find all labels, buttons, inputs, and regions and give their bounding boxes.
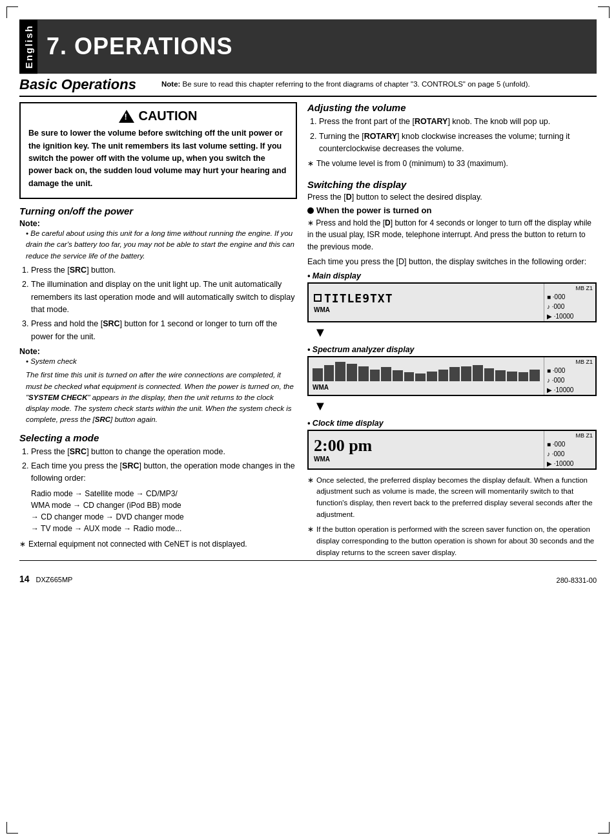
clock-mb-z1: MB Z1 [547,432,593,439]
chapter-title-block: 7. OPERATIONS [37,19,597,74]
down-arrow-2: ▼ [314,399,597,414]
note-text: Be sure to read this chapter referring t… [183,80,530,88]
spectrum-wma: WMA [313,384,540,391]
turn-step-2: The illumination and display on the unit… [31,278,297,316]
turn-step-1: Press the [SRC] button. [31,264,297,277]
note-label-2: Note: [19,347,297,356]
bar-18 [507,372,517,381]
spectrum-content: WMA [309,357,544,395]
bar-14 [461,366,471,381]
display-intro: Press the [D] button to select the desir… [307,193,597,202]
bar-7 [381,367,391,381]
chapter-header: English 7. OPERATIONS [19,19,597,74]
bar-4 [347,364,357,381]
basic-ops-note: Note: Be sure to read this chapter refer… [155,76,530,90]
caution-box: CAUTION Be sure to lower the volume befo… [19,102,297,199]
clock-display-box: 2:00 pm WMA MB Z1 ■ ·000 ♪ ·000 ▶ ·10000 [307,430,597,470]
turning-on-steps: Press the [SRC] button. The illumination… [19,264,297,343]
bar-11 [427,372,437,381]
main-display-label: Main display [307,271,597,280]
spectrum-display-box: WMA MB Z1 ■ ·000 ♪ ·000 ▶ ·10000 [307,356,597,396]
chapter-title: 7. OPERATIONS [46,33,232,60]
corner-mark-tl [6,6,18,18]
clock-row-1: ■ ·000 [547,441,593,448]
display-square-icon [314,294,322,302]
basic-ops-row: Basic Operations Note: Be sure to read t… [19,74,597,97]
adjusting-volume-title: Adjusting the volume [307,102,597,113]
switching-display-title: Switching the display [307,179,597,190]
mode-order: Radio mode → Satellite mode → CD/MP3/WMA… [19,488,297,534]
note-label-1: Note: [19,219,297,228]
clock-time: 2:00 pm [314,436,539,456]
display-row-2: ♪ ·000 [547,303,593,310]
right-column: Adjusting the volume Press the front par… [307,102,597,560]
caution-text: Be sure to lower the volume before switc… [28,127,288,190]
spectrum-row-3: ▶ ·10000 [547,386,593,394]
turning-on-note-bullet: Be careful about using this unit for a l… [19,228,297,262]
bar-1 [313,368,323,381]
spectrum-bars [313,360,540,381]
system-check-text: The first time this unit is turned on af… [19,370,297,425]
bar-19 [518,372,529,381]
turn-step-3: Press and hold the [SRC] button for 1 se… [31,318,297,343]
display-wma: WMA [314,306,539,313]
display-title-line: TITLE9TXT [314,291,539,305]
clock-row-2: ♪ ·000 [547,450,593,457]
vol-asterisk: The volume level is from 0 (minimum) to … [307,158,597,170]
corner-mark-br [598,822,610,834]
mode-asterisk: External equipment not connected with Ce… [19,538,297,551]
spectrum-display-label: Spectrum analyzer display [307,345,597,354]
when-on-text: ∗ Press and hold the [D] button for 4 se… [307,217,597,253]
clock-row-3: ▶ ·10000 [547,460,593,467]
display-asterisk-1: Once selected, the preferred display bec… [307,475,597,521]
note-section-2: Note: System check The first time this u… [19,347,297,426]
english-tab: English [19,19,37,74]
spectrum-row-1: ■ ·000 [547,367,593,374]
note-prefix: Note: [161,80,180,88]
vol-step-2: Turning the [ROTARY] knob clockwise incr… [319,131,597,156]
main-display-box: TITLE9TXT WMA MB Z1 ■ ·000 ♪ ·000 ▶ ·100… [307,282,597,322]
display-main-content: TITLE9TXT WMA [309,284,544,321]
display-row-1: ■ ·000 [547,293,593,300]
bar-3 [335,362,345,381]
caution-title: CAUTION [28,109,288,123]
footer-left: 14 DXZ665MP [19,574,72,584]
bar-13 [449,367,460,381]
footer-line [19,560,597,561]
bar-16 [484,368,495,381]
corner-mark-tr [598,6,610,18]
caution-triangle-icon [119,110,134,123]
display-row-3: ▶ ·10000 [547,313,593,320]
content-area: CAUTION Be sure to lower the volume befo… [19,102,597,560]
spectrum-row-2: ♪ ·000 [547,377,593,384]
bar-5 [358,366,369,381]
when-on-label: When the power is turned on [316,205,431,215]
bar-8 [393,370,403,381]
page-number: 14 [19,574,30,584]
bar-9 [404,372,415,381]
footer: 14 DXZ665MP 280-8331-00 [19,574,597,584]
clock-wma: WMA [314,456,539,463]
black-dot-icon [307,207,314,214]
bar-12 [438,370,449,381]
bar-10 [415,373,426,381]
clock-content: 2:00 pm WMA [309,431,544,468]
basic-ops-title: Basic Operations [19,76,155,93]
system-check-label: System check [19,356,297,367]
vol-step-1: Press the front part of the [ROTARY] kno… [319,116,597,128]
mb-z1-label: MB Z1 [547,285,593,291]
spectrum-right-panel: MB Z1 ■ ·000 ♪ ·000 ▶ ·10000 [544,357,595,395]
bar-15 [473,365,483,381]
mode-step-1: Press the [SRC] button to change the ope… [31,446,297,458]
selecting-mode-title: Selecting a mode [19,432,297,443]
bar-2 [324,365,334,381]
when-on-item: When the power is turned on [307,205,597,215]
turning-on-off-title: Turning on/off the power [19,205,297,216]
bar-17 [495,370,506,381]
model-number: DXZ665MP [36,576,73,583]
bar-6 [370,370,380,381]
caution-label: CAUTION [138,109,197,123]
down-arrow-1: ▼ [314,325,597,340]
corner-mark-bl [6,822,18,834]
volume-steps: Press the front part of the [ROTARY] kno… [307,116,597,155]
